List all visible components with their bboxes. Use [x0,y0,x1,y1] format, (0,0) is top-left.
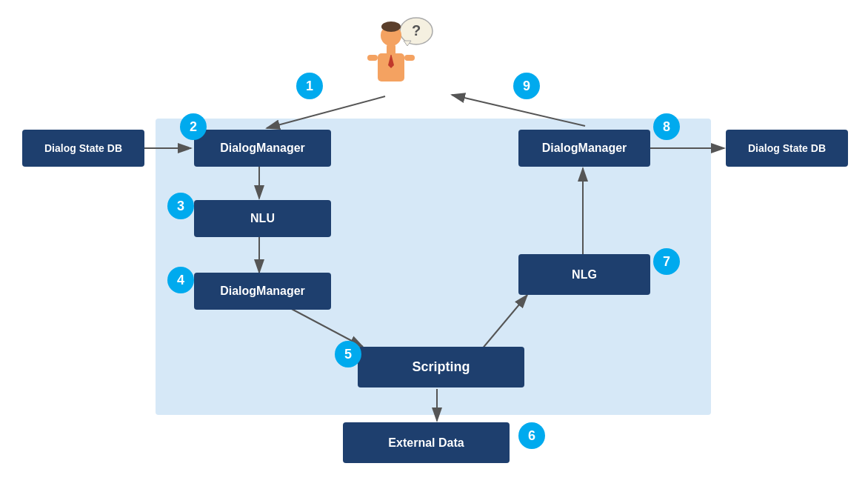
external-data-box: External Data [343,422,510,463]
svg-rect-21 [404,55,415,61]
svg-rect-20 [367,55,378,61]
number-4: 4 [167,267,194,293]
number-6: 6 [518,422,545,449]
number-2: 2 [180,113,207,140]
scripting-box: Scripting [358,347,524,387]
dialog-state-db-left: Dialog State DB [22,130,144,167]
svg-rect-19 [387,44,395,55]
diagram-container: ? Dialog State DB DialogManager NLU [0,0,868,489]
nlu-box: NLU [194,200,331,237]
nlg-box: NLG [518,254,650,295]
svg-point-16 [381,21,401,32]
number-1: 1 [296,73,323,99]
number-5: 5 [335,341,361,367]
dialog-manager-left-bottom: DialogManager [194,273,331,310]
number-8: 8 [653,113,680,140]
dialog-manager-right: DialogManager [518,130,650,167]
number-3: 3 [167,193,194,219]
number-9: 9 [513,73,540,99]
dialog-manager-left-top: DialogManager [194,130,331,167]
dialog-state-db-right: Dialog State DB [726,130,848,167]
svg-text:?: ? [412,22,421,39]
number-7: 7 [653,248,680,275]
user-icon: ? [363,15,437,96]
